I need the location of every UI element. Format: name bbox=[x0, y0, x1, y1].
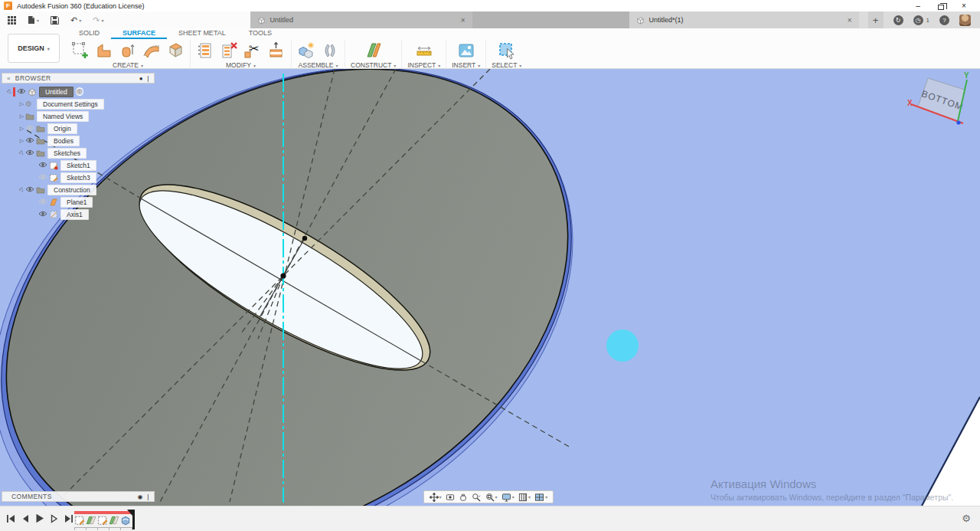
expand-caret-icon[interactable]: ▷ bbox=[18, 101, 25, 107]
item-label[interactable]: Bodies bbox=[47, 136, 80, 146]
patch-button[interactable] bbox=[166, 41, 185, 60]
group-label-assemble[interactable]: ASSEMBLE bbox=[299, 61, 334, 69]
panel-resize-handle[interactable]: ❘ bbox=[145, 493, 151, 500]
timeline-feature-plane2[interactable] bbox=[109, 515, 119, 526]
timeline-feature-sketch1[interactable] bbox=[74, 515, 85, 526]
save-icon[interactable] bbox=[51, 16, 59, 25]
browser-item-root[interactable]: ▷ Untitled ◎ bbox=[6, 86, 83, 97]
tab-solid[interactable]: SOLID bbox=[67, 28, 111, 39]
browser-item-plane1[interactable]: Plane1 bbox=[38, 196, 93, 208]
item-label[interactable]: Plane1 bbox=[60, 197, 93, 208]
browser-item-origin[interactable]: ▷ Origin bbox=[18, 123, 77, 134]
pan-tool[interactable]: ▾ bbox=[430, 493, 442, 502]
redo-button[interactable]: ↷▾ bbox=[93, 15, 103, 25]
panel-resize-handle[interactable]: ❘ bbox=[145, 75, 151, 82]
step-forward-button[interactable] bbox=[51, 514, 58, 523]
expand-comments-icon[interactable]: ◉ bbox=[138, 493, 143, 500]
measure-button[interactable] bbox=[415, 41, 433, 60]
activate-component-radio[interactable]: ◎ bbox=[76, 87, 83, 96]
group-label-insert[interactable]: INSERT bbox=[452, 61, 475, 69]
help-icon[interactable]: ? bbox=[939, 15, 949, 25]
new-component-button[interactable] bbox=[297, 41, 315, 60]
timeline-feature-sketch3[interactable] bbox=[97, 515, 108, 526]
tab-surface[interactable]: SURFACE bbox=[111, 28, 167, 39]
extrude-button[interactable] bbox=[95, 41, 113, 60]
restore-button[interactable] bbox=[929, 2, 952, 10]
browser-item-sketch1[interactable]: Sketch1 bbox=[38, 159, 96, 171]
document-tab-untitled[interactable]: Untitled × bbox=[250, 11, 472, 28]
white-surface-wedge[interactable] bbox=[922, 397, 980, 506]
select-button[interactable] bbox=[498, 41, 516, 60]
app-grid-icon[interactable] bbox=[8, 16, 16, 25]
grid-snap-settings[interactable]: ▾ bbox=[518, 493, 531, 502]
zoom-tool[interactable] bbox=[472, 493, 481, 502]
browser-item-bodies[interactable]: ▷ Bodies bbox=[18, 135, 80, 146]
browser-item-construction[interactable]: ▷ Construction bbox=[18, 184, 96, 195]
new-document-button[interactable]: + bbox=[868, 11, 884, 28]
visibility-eye-icon[interactable] bbox=[25, 125, 36, 133]
item-label[interactable]: Document Settings bbox=[37, 99, 104, 110]
browser-item-axis1[interactable]: Axis1 bbox=[38, 208, 89, 220]
expand-caret-icon[interactable]: ▷ bbox=[18, 138, 25, 144]
close-button[interactable]: × bbox=[952, 0, 975, 11]
visibility-eye-icon[interactable] bbox=[38, 198, 49, 206]
comments-panel-header[interactable]: COMMENTS ◉❘ bbox=[2, 491, 155, 502]
viewports-settings[interactable]: ▾ bbox=[534, 493, 547, 502]
browser-panel-header[interactable]: « BROWSER ●❘ bbox=[2, 73, 155, 84]
fit-tool[interactable]: ▾ bbox=[485, 493, 498, 502]
user-avatar[interactable] bbox=[959, 15, 971, 26]
item-label[interactable]: Origin bbox=[47, 123, 77, 134]
timeline-feature-plane1[interactable] bbox=[86, 515, 96, 526]
rim-sketch-point[interactable] bbox=[302, 236, 307, 241]
go-to-start-button[interactable] bbox=[6, 514, 15, 523]
item-label[interactable]: Untitled bbox=[39, 87, 74, 97]
expand-caret-icon[interactable]: ▷ bbox=[18, 113, 25, 120]
timeline-playhead[interactable] bbox=[132, 510, 135, 529]
viewport-canvas[interactable]: BOTTOM X Y Активация Windows Чтобы актив… bbox=[0, 69, 980, 506]
center-sketch-point[interactable] bbox=[280, 273, 286, 278]
group-label-select[interactable]: SELECT bbox=[492, 61, 517, 69]
create-sketch-button[interactable] bbox=[71, 41, 90, 60]
joint-button[interactable] bbox=[321, 41, 339, 60]
offset-button[interactable] bbox=[267, 41, 286, 60]
item-label[interactable]: Construction bbox=[47, 185, 96, 195]
browser-item-sketches[interactable]: ▷ Sketches bbox=[18, 147, 87, 159]
play-button[interactable] bbox=[35, 513, 44, 523]
step-back-button[interactable] bbox=[21, 514, 29, 523]
workspace-selector[interactable]: DESIGN ▾ bbox=[8, 34, 60, 63]
visibility-eye-icon[interactable] bbox=[38, 174, 49, 182]
item-label[interactable]: Sketches bbox=[47, 148, 87, 159]
item-label[interactable]: Sketch3 bbox=[60, 172, 96, 183]
3d-scene[interactable]: BOTTOM X Y bbox=[0, 69, 980, 506]
job-status-icon[interactable]: ↻ bbox=[893, 15, 903, 25]
break-button[interactable]: ✂ bbox=[243, 41, 262, 60]
group-label-inspect[interactable]: INSPECT bbox=[407, 61, 436, 69]
display-toggle-icon[interactable]: ● bbox=[139, 75, 143, 82]
insert-image-button[interactable] bbox=[457, 41, 475, 60]
visibility-eye-icon[interactable] bbox=[38, 162, 49, 169]
timeline-feature-surface[interactable] bbox=[120, 515, 131, 526]
visibility-eye-icon[interactable] bbox=[25, 186, 36, 194]
browser-item-document-settings[interactable]: ▷ ⚙ Document Settings bbox=[18, 98, 104, 110]
visibility-eye-icon[interactable] bbox=[17, 88, 28, 96]
close-tab-icon[interactable]: × bbox=[848, 16, 852, 25]
browser-item-sketch3[interactable]: Sketch3 bbox=[38, 172, 96, 183]
tab-tools[interactable]: TOOLS bbox=[237, 28, 283, 39]
visibility-eye-icon[interactable] bbox=[25, 137, 36, 145]
orbit-tool[interactable] bbox=[459, 493, 468, 502]
press-pull-button[interactable] bbox=[196, 41, 214, 60]
item-label[interactable]: Sketch1 bbox=[60, 160, 96, 171]
visibility-eye-icon[interactable] bbox=[25, 149, 36, 157]
item-label[interactable]: Axis1 bbox=[60, 209, 89, 220]
notifications-icon[interactable]: ◷ bbox=[913, 15, 923, 25]
disc-body[interactable] bbox=[0, 69, 661, 506]
look-at-tool[interactable] bbox=[446, 493, 455, 502]
revolve-button[interactable] bbox=[119, 41, 137, 60]
document-tab-untitled-1[interactable]: Untitled*(1) × bbox=[629, 11, 859, 28]
group-label-construct[interactable]: CONSTRUCT bbox=[351, 61, 391, 69]
group-label-create[interactable]: CREATE bbox=[113, 61, 139, 69]
view-cube[interactable]: BOTTOM X Y bbox=[907, 71, 969, 125]
display-settings[interactable]: ▾ bbox=[501, 493, 514, 502]
undo-button[interactable]: ↶▾ bbox=[70, 15, 81, 25]
trim-button[interactable] bbox=[220, 41, 238, 60]
